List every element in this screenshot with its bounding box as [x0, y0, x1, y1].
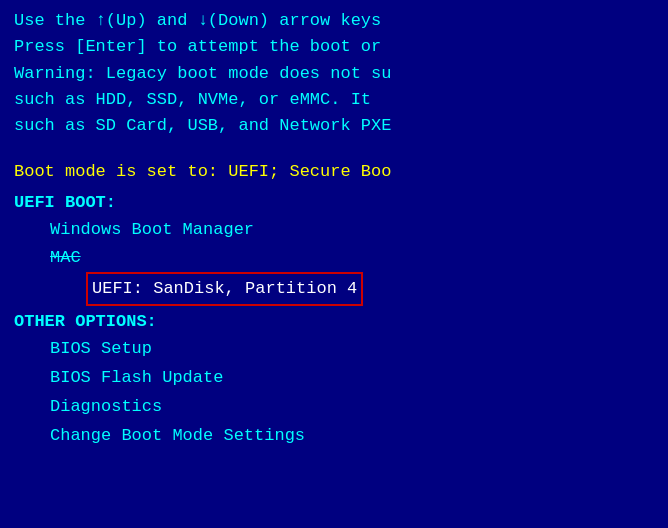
boot-item-sandisk[interactable]: UEFI: SanDisk, Partition 4	[86, 272, 363, 306]
uefi-boot-header: UEFI BOOT:	[14, 193, 654, 212]
other-item-bios-setup[interactable]: BIOS Setup	[14, 335, 654, 364]
info-line-3: Warning: Legacy boot mode does not su	[14, 61, 654, 87]
bios-screen: Use the ↑(Up) and ↓(Down) arrow keys Pre…	[0, 0, 668, 528]
boot-mode-section: Boot mode is set to: UEFI; Secure Boo	[0, 140, 668, 181]
info-section: Use the ↑(Up) and ↓(Down) arrow keys Pre…	[0, 0, 668, 140]
info-line-5: such as SD Card, USB, and Network PXE	[14, 113, 654, 139]
boot-item-mac[interactable]: MAC	[14, 244, 654, 272]
boot-mode-line: Boot mode is set to: UEFI; Secure Boo	[14, 162, 654, 181]
info-line-2: Press [Enter] to attempt the boot or	[14, 34, 654, 60]
other-options-section: OTHER OPTIONS: BIOS Setup BIOS Flash Upd…	[0, 306, 668, 451]
uefi-boot-section: UEFI BOOT: Windows Boot Manager MAC UEFI…	[0, 181, 668, 306]
info-line-4: such as HDD, SSD, NVMe, or eMMC. It	[14, 87, 654, 113]
other-item-boot-mode[interactable]: Change Boot Mode Settings	[14, 422, 654, 451]
other-item-bios-flash[interactable]: BIOS Flash Update	[14, 364, 654, 393]
other-options-header: OTHER OPTIONS:	[14, 312, 654, 331]
info-line-1: Use the ↑(Up) and ↓(Down) arrow keys	[14, 8, 654, 34]
other-item-diagnostics[interactable]: Diagnostics	[14, 393, 654, 422]
boot-item-windows[interactable]: Windows Boot Manager	[14, 216, 654, 244]
